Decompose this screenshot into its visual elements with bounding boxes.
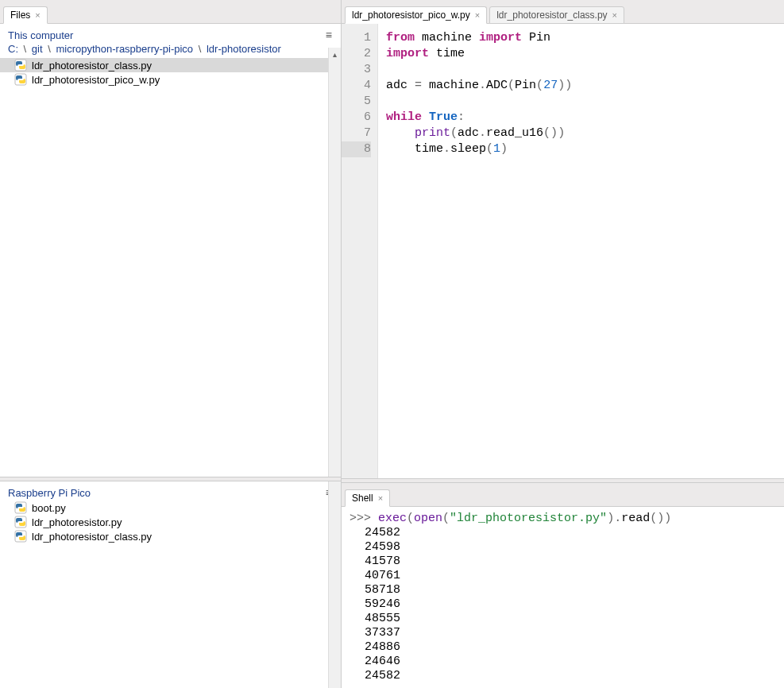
editor-tab[interactable]: ldr_photoresistor_class.py× — [489, 6, 624, 24]
shell-output-line: 58718 — [357, 583, 776, 597]
shell-output-line: 41578 — [357, 555, 776, 569]
shell-command-line[interactable]: >>> exec(open("ldr_photoresistor.py").re… — [350, 512, 776, 526]
shell-output[interactable]: >>> exec(open("ldr_photoresistor.py").re… — [342, 507, 784, 688]
code-line[interactable] — [386, 94, 572, 110]
shell-output-line: 48555 — [357, 612, 776, 626]
python-file-icon — [14, 530, 27, 543]
breadcrumb-separator: \ — [43, 43, 56, 55]
shell-output-line: 24646 — [357, 655, 776, 669]
line-number: 7 — [342, 126, 371, 141]
right-pane: ldr_photoresistor_pico_w.py×ldr_photores… — [342, 0, 784, 688]
shell-output-line: 59246 — [357, 597, 776, 612]
close-icon[interactable]: × — [378, 493, 383, 503]
pico-header: Raspberry Pi Pico ≡ — [0, 481, 341, 501]
shell-tabbar: Shell × — [342, 483, 784, 507]
line-number: 2 — [342, 46, 371, 62]
editor-tabbar: ldr_photoresistor_pico_w.py×ldr_photores… — [342, 0, 784, 24]
scroll-up-icon[interactable]: ▴ — [329, 48, 341, 60]
breadcrumb[interactable]: C: \ git \ micropython-raspberry-pi-pico… — [0, 43, 341, 58]
file-name: ldr_photoresistor.py — [32, 516, 122, 528]
code-line[interactable]: print(adc.read_u16()) — [386, 126, 572, 141]
line-number: 6 — [342, 110, 371, 126]
line-number: 3 — [342, 62, 371, 78]
pico-file-list[interactable]: boot.pyldr_photoresistor.pyldr_photoresi… — [0, 501, 341, 688]
editor[interactable]: 12345678 from machine import Pinimport t… — [342, 24, 784, 478]
code-line[interactable]: import time — [386, 46, 572, 62]
close-icon[interactable]: × — [35, 10, 40, 20]
code-line[interactable]: from machine import Pin — [386, 30, 572, 46]
file-row[interactable]: ldr_photoresistor_class.py — [0, 58, 341, 72]
scrollbar[interactable] — [328, 481, 341, 688]
editor-tab-label: ldr_photoresistor_class.py — [496, 10, 607, 21]
files-tabbar: Files × — [0, 0, 341, 24]
line-gutter: 12345678 — [342, 24, 378, 478]
breadcrumb-separator: \ — [18, 43, 32, 55]
file-row[interactable]: ldr_photoresistor_class.py — [0, 529, 341, 543]
code-line[interactable]: time.sleep(1) — [386, 141, 572, 157]
editor-tab-label: ldr_photoresistor_pico_w.py — [352, 10, 470, 21]
shell-output-line: 24582 — [357, 669, 776, 683]
line-number: 5 — [342, 94, 371, 110]
editor-tab[interactable]: ldr_photoresistor_pico_w.py× — [345, 6, 487, 24]
shell-output-line: 37337 — [357, 626, 776, 640]
code-line[interactable]: adc = machine.ADC(Pin(27)) — [386, 78, 572, 94]
breadcrumb-segment[interactable]: git — [32, 43, 43, 55]
scrollbar[interactable]: ▴ — [328, 48, 341, 477]
breadcrumb-segment[interactable]: C: — [8, 43, 18, 55]
files-tab[interactable]: Files × — [3, 6, 48, 24]
shell-panel: Shell × >>> exec(open("ldr_photoresistor… — [342, 483, 784, 688]
shell-tab[interactable]: Shell × — [345, 489, 390, 507]
python-file-icon — [14, 501, 27, 514]
breadcrumb-separator: \ — [193, 43, 207, 55]
file-row[interactable]: ldr_photoresistor_pico_w.py — [0, 72, 341, 87]
code-line[interactable] — [386, 62, 572, 78]
pico-header-label: Raspberry Pi Pico — [8, 487, 91, 499]
file-name: ldr_photoresistor_pico_w.py — [32, 74, 160, 86]
breadcrumb-segment[interactable]: micropython-raspberry-pi-pico — [56, 43, 193, 55]
close-icon[interactable]: × — [475, 10, 480, 20]
line-number: 1 — [342, 30, 371, 46]
python-file-icon — [14, 73, 27, 86]
shell-output-line: 40761 — [357, 569, 776, 583]
file-name: ldr_photoresistor_class.py — [32, 531, 152, 543]
local-file-list[interactable]: ldr_photoresistor_class.pyldr_photoresis… — [0, 58, 341, 477]
shell-prompt: >>> — [350, 512, 378, 525]
python-file-icon — [14, 59, 27, 72]
shell-output-line: 24598 — [357, 540, 776, 555]
close-icon[interactable]: × — [612, 10, 617, 20]
line-number: 4 — [342, 78, 371, 94]
file-name: boot.py — [32, 502, 66, 514]
file-row[interactable]: boot.py — [0, 501, 341, 515]
menu-icon[interactable]: ≡ — [326, 29, 333, 41]
shell-output-line: 24886 — [357, 640, 776, 655]
files-header-label: This computer — [8, 29, 73, 41]
left-pane: Files × This computer ≡ C: \ git \ micro… — [0, 0, 342, 688]
breadcrumb-segment[interactable]: ldr-photoresistor — [207, 43, 281, 55]
files-header: This computer ≡ — [0, 24, 341, 43]
file-row[interactable]: ldr_photoresistor.py — [0, 515, 341, 529]
shell-tab-label: Shell — [352, 493, 373, 504]
code-area[interactable]: from machine import Pinimport time adc =… — [378, 24, 572, 478]
code-line[interactable]: while True: — [386, 110, 572, 126]
python-file-icon — [14, 516, 27, 528]
files-tab-label: Files — [10, 10, 30, 21]
shell-output-line: 24582 — [357, 526, 776, 540]
line-number: 8 — [342, 141, 371, 157]
file-name: ldr_photoresistor_class.py — [32, 60, 152, 72]
